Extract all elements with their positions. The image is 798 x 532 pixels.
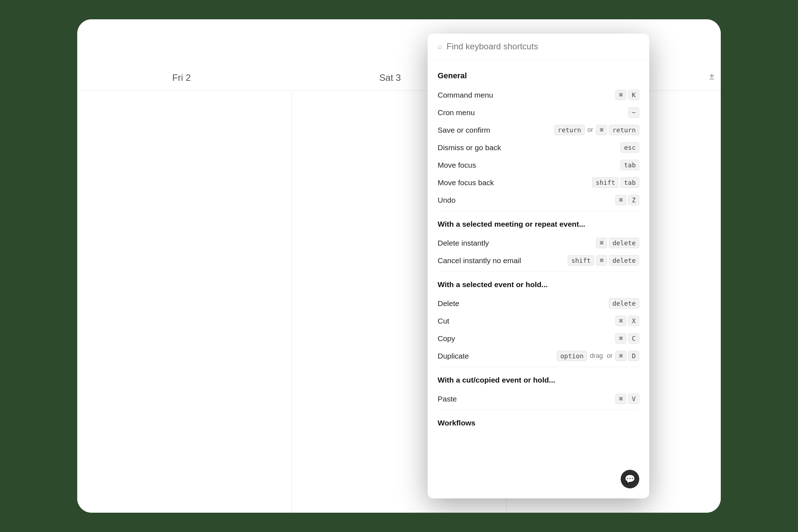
section-general: General Command menu ⌘ K Cron menu ~ Sav…	[438, 71, 639, 209]
shortcut-duplicate-label: Duplicate	[438, 352, 469, 360]
section-cut-copied: With a cut/copied event or hold... Paste…	[438, 376, 639, 408]
search-input[interactable]	[447, 41, 639, 51]
calendar-day-body-fri	[77, 91, 292, 513]
shortcut-cron-menu: Cron menu ~	[438, 104, 639, 121]
key-tilde: ~	[628, 107, 639, 118]
section-selected-event: With a selected event or hold... Delete …	[438, 280, 639, 365]
shortcut-delete-instantly-keys: ⌘ delete	[596, 238, 639, 248]
key-cmd-symbol: ⌘	[615, 90, 626, 100]
key-k: K	[628, 90, 639, 100]
shortcut-cut-label: Cut	[438, 317, 449, 325]
divider-2	[438, 271, 639, 272]
shortcut-undo-keys: ⌘ Z	[615, 195, 639, 205]
key-cmd-cut: ⌘	[615, 316, 626, 326]
key-shift-1: shift	[592, 177, 619, 188]
shortcut-move-focus-label: Move focus	[438, 161, 476, 169]
key-shift-cne: shift	[568, 255, 594, 266]
key-cmd-copy: ⌘	[615, 333, 626, 344]
key-cmd-paste: ⌘	[615, 394, 626, 404]
shortcut-move-focus-back-label: Move focus back	[438, 178, 494, 187]
key-z: Z	[628, 195, 639, 205]
key-or-dup: or	[607, 352, 612, 360]
shortcut-save-confirm: Save or confirm return or ⌘ return	[438, 121, 639, 139]
section-event-title: With a selected event or hold...	[438, 280, 639, 289]
divider-3	[438, 367, 639, 367]
shortcut-duplicate: Duplicate option drag or ⌘ D	[438, 347, 639, 365]
key-cmd-di: ⌘	[596, 238, 607, 248]
shortcuts-content: General Command menu ⌘ K Cron menu ~ Sav…	[428, 60, 649, 498]
key-or-save: or	[587, 126, 593, 134]
key-cmd-symbol-2: ⌘	[596, 125, 607, 135]
shortcut-dismiss-label: Dismiss or go back	[438, 143, 501, 152]
shortcut-move-focus-back-keys: shift tab	[592, 177, 639, 188]
shortcut-move-focus-back: Move focus back shift tab	[438, 174, 639, 191]
chat-button[interactable]: 💬	[621, 470, 639, 488]
shortcut-dismiss-keys: esc	[620, 142, 639, 153]
shortcut-save-confirm-keys: return or ⌘ return	[554, 125, 639, 135]
shortcut-save-confirm-label: Save or confirm	[438, 126, 490, 134]
shortcut-cut-keys: ⌘ X	[615, 316, 639, 326]
key-d: D	[628, 351, 639, 361]
shortcut-paste-keys: ⌘ V	[615, 394, 639, 404]
shortcut-delete-instantly: Delete instantly ⌘ delete	[438, 234, 639, 252]
key-x: X	[628, 316, 639, 326]
shortcut-move-focus-keys: tab	[620, 160, 639, 170]
section-cut-copied-title: With a cut/copied event or hold...	[438, 376, 639, 384]
divider-1	[438, 211, 639, 211]
shortcut-command-menu-keys: ⌘ K	[615, 90, 639, 100]
shortcut-cut: Cut ⌘ X	[438, 312, 639, 330]
key-esc: esc	[620, 142, 639, 153]
key-return-2: return	[609, 125, 639, 135]
shortcut-copy-keys: ⌘ C	[615, 333, 639, 344]
key-tab-2: tab	[620, 177, 639, 188]
shortcut-cron-menu-label: Cron menu	[438, 108, 475, 117]
key-return-1: return	[554, 125, 585, 135]
key-v: V	[628, 394, 639, 404]
shortcut-delete: Delete delete	[438, 295, 639, 312]
shortcut-undo-label: Undo	[438, 196, 455, 205]
shortcut-delete-label: Delete	[438, 299, 459, 308]
calendar-day-fri: Fri 2	[77, 69, 286, 86]
shortcut-cron-menu-keys: ~	[628, 107, 639, 118]
shortcut-cancel-no-email-keys: shift ⌘ delete	[568, 255, 639, 266]
shortcut-command-menu: Command menu ⌘ K	[438, 86, 639, 104]
section-meeting-title: With a selected meeting or repeat event.…	[438, 220, 639, 228]
key-delete-di: delete	[609, 238, 639, 248]
shortcut-move-focus: Move focus tab	[438, 156, 639, 174]
shortcut-copy: Copy ⌘ C	[438, 330, 639, 347]
shortcut-duplicate-keys: option drag or ⌘ D	[557, 351, 639, 361]
shortcut-paste-label: Paste	[438, 395, 457, 403]
key-delete: delete	[609, 298, 639, 309]
shortcut-cancel-no-email-label: Cancel instantly no email	[438, 256, 521, 265]
key-cmd-cne: ⌘	[596, 255, 607, 266]
shortcut-undo: Undo ⌘ Z	[438, 191, 639, 209]
chat-icon: 💬	[625, 474, 635, 484]
key-option: option	[557, 351, 587, 361]
section-workflows: Workflows	[438, 419, 639, 427]
keyboard-shortcuts-panel: ⌕ General Command menu ⌘ K Cron menu	[428, 34, 649, 498]
key-delete-cne: delete	[609, 255, 639, 266]
shortcut-copy-label: Copy	[438, 334, 455, 343]
shortcut-dismiss: Dismiss or go back esc	[438, 139, 639, 156]
shortcut-delete-instantly-label: Delete instantly	[438, 239, 489, 247]
divider-4	[438, 410, 639, 410]
section-workflows-title: Workflows	[438, 419, 639, 427]
calendar-plus[interactable]: ±	[703, 71, 721, 86]
section-general-title: General	[438, 71, 639, 80]
shortcut-delete-keys: delete	[609, 298, 639, 309]
search-bar: ⌕	[428, 34, 649, 60]
key-c: C	[628, 333, 639, 344]
shortcut-paste: Paste ⌘ V	[438, 390, 639, 408]
key-tab: tab	[620, 160, 639, 170]
screen-container: Fri 2 Sat 3 Sun 4 ± ⌕	[77, 19, 721, 513]
shortcut-cancel-no-email: Cancel instantly no email shift ⌘ delete	[438, 252, 639, 269]
key-cmd-undo: ⌘	[615, 195, 626, 205]
key-drag: drag	[590, 352, 603, 360]
key-cmd-dup: ⌘	[615, 351, 626, 361]
search-icon: ⌕	[438, 42, 442, 51]
shortcut-command-menu-label: Command menu	[438, 91, 493, 99]
section-selected-meeting: With a selected meeting or repeat event.…	[438, 220, 639, 269]
